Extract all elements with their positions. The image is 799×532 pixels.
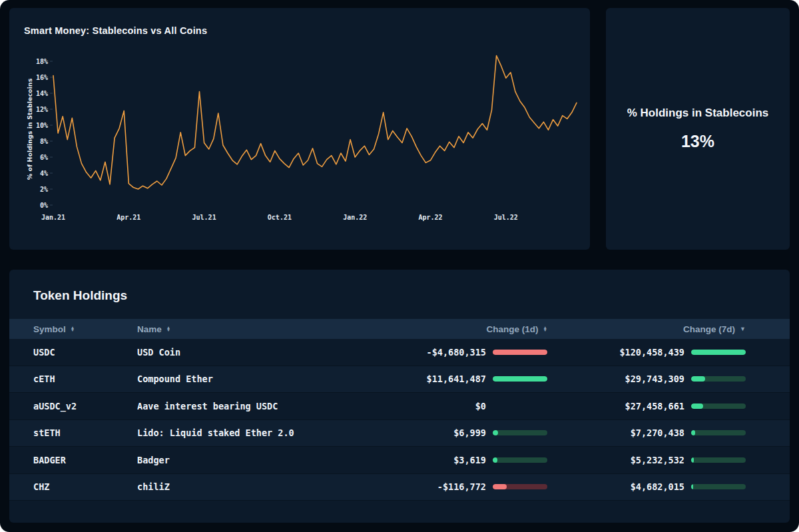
sort-desc-icon: ▼ [740, 326, 746, 332]
table-row[interactable]: cETHCompound Ether$11,641,487$29,743,309 [9, 366, 790, 394]
column-header-change-1d[interactable]: Change (1d) ▲▼ [353, 324, 547, 334]
token-symbol: CHZ [33, 481, 131, 492]
change-bar [691, 403, 746, 409]
token-name: Lido: Liquid staked Ether 2.0 [137, 427, 346, 438]
change-bar [493, 457, 547, 463]
dashboard: Smart Money: Stablecoins vs All Coins % … [0, 0, 799, 532]
svg-text:6%: 6% [40, 154, 48, 161]
token-name: Aave interest bearing USDC [137, 401, 346, 411]
change-bar-fill [691, 376, 705, 382]
svg-text:12%: 12% [36, 106, 48, 113]
change-7d-bar-cell [691, 430, 746, 435]
change-1d-bar-cell [493, 430, 547, 435]
token-symbol: cETH [33, 374, 131, 384]
change-bar-fill [691, 484, 693, 489]
change-bar-fill [493, 457, 497, 463]
top-row: Smart Money: Stablecoins vs All Coins % … [9, 8, 790, 250]
token-symbol: aUSDC_v2 [33, 401, 131, 411]
change-7d-value: $27,458,661 [554, 401, 684, 411]
table-row[interactable]: stETHLido: Liquid staked Ether 2.0$6,999… [9, 420, 790, 447]
holdings-stat-card: % Holdings in Stablecoins 13% [606, 8, 790, 250]
table-header: Symbol ▲▼ Name ▲▼ Change (1d) ▲▼ Change … [9, 319, 790, 339]
table-row[interactable]: USDCUSD Coin-$4,680,315$120,458,439 [9, 339, 790, 366]
svg-text:18%: 18% [36, 58, 48, 65]
change-7d-bar-cell [691, 350, 746, 355]
change-1d-bar-cell [493, 457, 547, 463]
change-1d-value: -$4,680,315 [353, 347, 486, 358]
table-row[interactable]: BADGERBadger$3,619$5,232,532 [9, 447, 790, 474]
change-bar-fill [493, 430, 498, 435]
change-bar-fill [691, 457, 694, 463]
token-holdings-card: Token Holdings Symbol ▲▼ Name ▲▼ Change … [9, 270, 790, 523]
svg-text:% of Holdings in Stablecoins: % of Holdings in Stablecoins [26, 78, 33, 180]
svg-text:Jul.22: Jul.22 [494, 214, 518, 221]
change-1d-bar-cell [493, 484, 547, 489]
change-bar [691, 350, 746, 355]
svg-text:Oct.21: Oct.21 [268, 214, 292, 221]
change-1d-bar-cell [493, 376, 547, 382]
sort-updown-icon: ▲▼ [543, 326, 547, 332]
change-bar [691, 430, 746, 435]
change-bar [493, 376, 547, 382]
change-7d-value: $4,682,015 [554, 481, 684, 492]
svg-text:Apr.22: Apr.22 [418, 214, 442, 221]
change-bar-fill [493, 484, 507, 489]
svg-text:Jan.22: Jan.22 [343, 214, 367, 221]
table-body: USDCUSD Coin-$4,680,315$120,458,439cETHC… [9, 339, 790, 501]
column-label: Symbol [33, 324, 66, 334]
column-label: Name [137, 324, 162, 334]
column-header-symbol[interactable]: Symbol ▲▼ [33, 324, 131, 334]
change-1d-value: $6,999 [353, 427, 486, 438]
change-bar-fill [691, 350, 746, 355]
token-symbol: BADGER [33, 455, 131, 465]
change-1d-value: $3,619 [353, 455, 486, 465]
change-7d-value: $5,232,532 [554, 455, 684, 465]
svg-text:Apr.21: Apr.21 [117, 214, 140, 221]
change-bar [493, 430, 547, 435]
token-name: Badger [137, 455, 346, 465]
table-row[interactable]: aUSDC_v2Aave interest bearing USDC$0$27,… [9, 393, 790, 420]
change-bar [691, 457, 746, 463]
svg-text:4%: 4% [40, 170, 48, 177]
change-bar-fill [691, 430, 695, 435]
change-bar-fill [493, 350, 547, 355]
table-title: Token Holdings [9, 288, 790, 303]
column-header-name[interactable]: Name ▲▼ [137, 324, 346, 334]
svg-text:Jul.21: Jul.21 [192, 214, 216, 221]
line-chart-svg[interactable]: % of Holdings in Stablecoins0%2%4%6%8%10… [24, 40, 583, 234]
token-symbol: USDC [33, 347, 131, 358]
change-7d-value: $120,458,439 [554, 347, 684, 358]
change-7d-bar-cell [691, 484, 746, 489]
change-7d-bar-cell [691, 403, 746, 409]
change-bar-fill [691, 403, 703, 409]
change-1d-bar-cell [493, 350, 547, 355]
chart-title: Smart Money: Stablecoins vs All Coins [24, 25, 585, 36]
svg-text:14%: 14% [36, 90, 48, 97]
svg-text:16%: 16% [36, 74, 48, 81]
svg-text:0%: 0% [40, 202, 48, 209]
column-header-change-7d[interactable]: Change (7d) ▼ [554, 324, 746, 334]
change-7d-bar-cell [691, 376, 746, 382]
change-bar [493, 350, 547, 355]
change-1d-value: -$116,772 [353, 481, 486, 492]
change-1d-value: $11,641,487 [353, 374, 486, 384]
stablecoins-vs-allcoins-chart[interactable]: % of Holdings in Stablecoins0%2%4%6%8%10… [24, 40, 585, 234]
token-name: USD Coin [137, 347, 346, 358]
sort-updown-icon: ▲▼ [71, 326, 75, 332]
change-1d-value: $0 [353, 401, 486, 411]
svg-text:2%: 2% [40, 186, 48, 193]
svg-text:10%: 10% [36, 122, 48, 129]
svg-text:Jan.21: Jan.21 [41, 214, 65, 221]
table-row[interactable]: CHZchiliZ-$116,772$4,682,015 [9, 474, 790, 501]
token-name: Compound Ether [137, 374, 346, 384]
change-bar-fill [493, 376, 547, 382]
change-bar [691, 376, 746, 382]
stat-label: % Holdings in Stablecoins [627, 107, 769, 120]
change-bar [493, 484, 547, 489]
change-7d-bar-cell [691, 457, 746, 463]
sort-updown-icon: ▲▼ [166, 326, 170, 332]
change-bar [691, 484, 746, 489]
change-7d-value: $7,270,438 [554, 427, 684, 438]
change-7d-value: $29,743,309 [554, 374, 684, 384]
token-name: chiliZ [137, 481, 346, 492]
